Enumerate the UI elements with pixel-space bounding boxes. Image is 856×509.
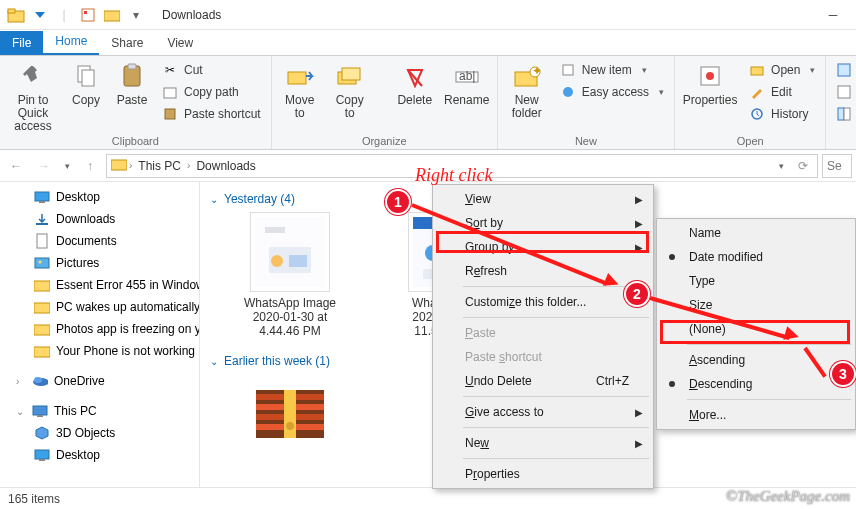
selectnone-icon <box>836 84 852 100</box>
ctx-sort-by[interactable]: Sort by▶ <box>435 211 651 235</box>
copy-path-button[interactable]: Copy path <box>158 82 265 102</box>
nav-documents[interactable]: Documents <box>0 230 199 252</box>
ctx-new[interactable]: New▶ <box>435 431 651 455</box>
tab-view[interactable]: View <box>155 31 205 55</box>
nav-desktop-2[interactable]: Desktop <box>0 444 199 466</box>
context-menu: View▶ Sort by▶ Group by▶ Refresh Customi… <box>432 184 654 489</box>
rename-button[interactable]: ab|Rename <box>443 60 491 107</box>
ctxsub-type[interactable]: Type <box>659 269 853 293</box>
new-folder-button[interactable]: ✦New folder <box>504 60 550 120</box>
search-placeholder: Se <box>827 159 842 173</box>
nav-3dobjects[interactable]: 3D Objects <box>0 422 199 444</box>
svg-rect-50 <box>265 227 285 233</box>
nav-desktop[interactable]: Desktop <box>0 186 199 208</box>
cut-button[interactable]: ✂Cut <box>158 60 265 80</box>
nav-label: 3D Objects <box>56 426 115 440</box>
crumb-downloads[interactable]: Downloads <box>192 159 259 173</box>
copy-button[interactable]: Copy <box>66 60 106 107</box>
group-open: Properties Open▾ Edit History Open <box>675 56 826 149</box>
window-controls: ─ <box>810 0 856 30</box>
address-dropdown-icon[interactable]: ▾ <box>771 154 791 178</box>
tab-home[interactable]: Home <box>43 29 99 55</box>
pin-to-quick-access-button[interactable]: Pin to Quick access <box>6 60 60 133</box>
nav-label: This PC <box>54 404 97 418</box>
downloads-icon <box>34 211 50 227</box>
open-button[interactable]: Open▾ <box>745 60 819 80</box>
copyto-label: Copy to <box>336 94 364 120</box>
dropdown-icon[interactable] <box>30 5 50 25</box>
ctx-give-access[interactable]: Give access to▶ <box>435 400 651 424</box>
copypath-icon <box>162 84 178 100</box>
svg-point-37 <box>39 261 42 264</box>
properties-button[interactable]: Properties <box>681 60 739 107</box>
nav-folder-3[interactable]: Photos app is freezing on yo <box>0 318 199 340</box>
ctxsub-date-modified[interactable]: Date modified <box>659 245 853 269</box>
anno-badge-3: 3 <box>830 361 856 387</box>
ctxsub-ascending[interactable]: Ascending <box>659 348 853 372</box>
invert-selection-button[interactable]: Invert selection <box>832 104 856 124</box>
ctx-paste-shortcut: Paste shortcut <box>435 345 651 369</box>
ctx-view[interactable]: View▶ <box>435 187 651 211</box>
minimize-button[interactable]: ─ <box>810 0 856 30</box>
easyaccess-icon <box>560 84 576 100</box>
history-button[interactable]: History <box>745 104 819 124</box>
paste-button[interactable]: Paste <box>112 60 152 107</box>
chevron-right-icon[interactable]: › <box>16 376 26 387</box>
svg-rect-30 <box>844 108 850 120</box>
nav-folder-2[interactable]: PC wakes up automatically <box>0 296 199 318</box>
svg-marker-2 <box>35 12 45 18</box>
ctx-properties[interactable]: Properties <box>435 462 651 486</box>
file-item[interactable]: WhatsApp Image 2020-01-30 at 4.44.46 PM <box>226 212 354 338</box>
move-to-button[interactable]: Move to <box>278 60 322 120</box>
select-none-button[interactable]: Select none <box>832 82 856 102</box>
group-select: Select all Select none Invert selection … <box>826 56 856 149</box>
chevron-right-icon[interactable]: › <box>187 160 190 171</box>
copy-to-button[interactable]: Copy to <box>328 60 372 120</box>
file-item[interactable] <box>226 374 354 454</box>
refresh-icon[interactable]: ⟳ <box>793 154 813 178</box>
chevron-down-icon[interactable]: ⌄ <box>16 406 26 417</box>
new-item-button[interactable]: New item▾ <box>556 60 668 80</box>
select-all-button[interactable]: Select all <box>832 60 856 80</box>
nav-downloads[interactable]: Downloads <box>0 208 199 230</box>
folder-icon[interactable] <box>6 5 26 25</box>
chevron-right-icon[interactable]: › <box>129 160 132 171</box>
crumb-thispc[interactable]: This PC <box>134 159 185 173</box>
ctxsub-name[interactable]: Name <box>659 221 853 245</box>
ctxsub-size[interactable]: Size <box>659 293 853 317</box>
folder-yellow-icon[interactable] <box>102 5 122 25</box>
ctx-label: (None) <box>689 322 726 336</box>
ctx-separator <box>687 344 851 345</box>
recent-button[interactable]: ▾ <box>60 154 74 178</box>
up-button[interactable]: ↑ <box>78 154 102 178</box>
radio-dot-icon <box>669 254 675 260</box>
nav-thispc[interactable]: ⌄This PC <box>0 400 199 422</box>
delete-button[interactable]: Delete <box>393 60 437 107</box>
newitem-icon <box>560 62 576 78</box>
ctx-undo-delete[interactable]: Undo DeleteCtrl+Z <box>435 369 651 393</box>
svg-rect-47 <box>35 450 49 459</box>
edit-button[interactable]: Edit <box>745 82 819 102</box>
documents-icon <box>34 233 50 249</box>
qat-overflow-icon[interactable]: ▾ <box>126 5 146 25</box>
svg-rect-10 <box>164 88 176 98</box>
paste-shortcut-button[interactable]: Paste shortcut <box>158 104 265 124</box>
tab-share[interactable]: Share <box>99 31 155 55</box>
ctx-customize[interactable]: Customize this folder... <box>435 290 651 314</box>
nav-label: Essent Error 455 in Windows <box>56 278 200 292</box>
properties-icon[interactable] <box>78 5 98 25</box>
folder-icon <box>111 157 127 174</box>
nav-onedrive[interactable]: ›OneDrive <box>0 370 199 392</box>
forward-button[interactable]: → <box>32 154 56 178</box>
nav-folder-4[interactable]: Your Phone is not working <box>0 340 199 362</box>
back-button[interactable]: ← <box>4 154 28 178</box>
nav-label: Your Phone is not working <box>56 344 195 358</box>
zip-icon <box>250 374 330 454</box>
ctxsub-more[interactable]: More... <box>659 403 853 427</box>
search-box[interactable]: Se <box>822 154 852 178</box>
nav-label: Photos app is freezing on yo <box>56 322 200 336</box>
nav-folder-1[interactable]: Essent Error 455 in Windows <box>0 274 199 296</box>
nav-pictures[interactable]: Pictures <box>0 252 199 274</box>
easy-access-button[interactable]: Easy access▾ <box>556 82 668 102</box>
tab-file[interactable]: File <box>0 31 43 55</box>
